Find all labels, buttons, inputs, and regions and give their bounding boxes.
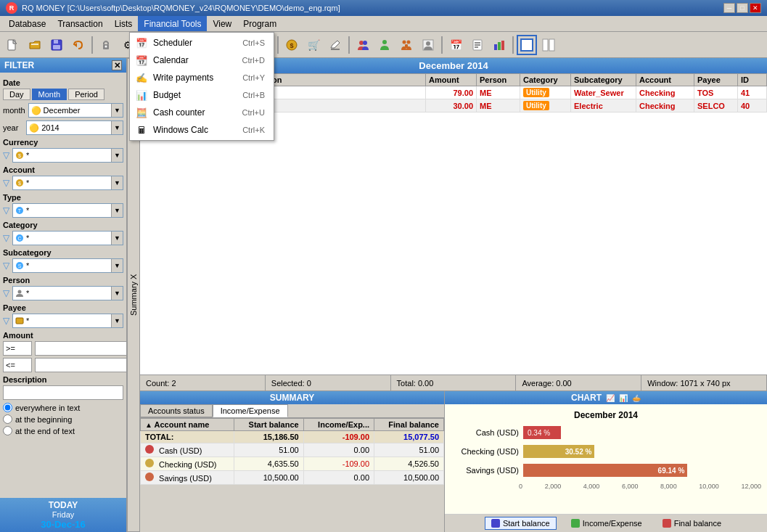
acc-col-name[interactable]: ▲ Account name (141, 419, 234, 431)
filter-close-button[interactable]: ✕ (112, 60, 122, 70)
people-btn2[interactable] (374, 35, 395, 55)
new-button[interactable] (3, 35, 23, 55)
category-row: ▽ C * ▼ (3, 231, 123, 245)
calendar-btn[interactable]: 📅 (446, 35, 466, 55)
coin-button[interactable]: $ (282, 35, 302, 55)
subcategory-arrow[interactable]: ▼ (111, 259, 123, 272)
month-arrow[interactable]: ▼ (111, 104, 123, 117)
payee-combo[interactable]: * ▼ (12, 314, 123, 328)
currency-value: * (26, 151, 29, 160)
savings-name: Savings (USD) (141, 471, 234, 485)
switch-btn2[interactable] (538, 35, 559, 55)
legend-final-balance[interactable]: Final balance (657, 517, 727, 530)
col-account[interactable]: Account (636, 74, 694, 86)
currency-combo[interactable]: $ * ▼ (12, 148, 123, 163)
count-status: Count: 2 (140, 375, 266, 390)
close-button[interactable]: ✕ (750, 3, 761, 13)
menu-transaction[interactable]: Transaction (52, 16, 108, 31)
type-value: * (26, 206, 29, 215)
search-beginning-radio[interactable] (3, 414, 12, 424)
cart-button[interactable]: 🛒 (303, 35, 324, 55)
year-arrow[interactable]: ▼ (111, 121, 123, 134)
month-combo[interactable]: 🟡 December ▼ (28, 103, 123, 118)
list-item[interactable]: Cash (USD) 51.00 0.00 51.00 (141, 443, 444, 457)
people-btn3[interactable] (396, 35, 417, 55)
col-payee[interactable]: Payee (694, 74, 738, 86)
svg-rect-33 (494, 44, 497, 50)
income-expense-tab[interactable]: Income/Expense (213, 404, 288, 417)
menu-lists[interactable]: Lists (109, 16, 139, 31)
save-button[interactable] (46, 35, 67, 55)
person-combo[interactable]: * ▼ (12, 286, 123, 300)
legend-start-balance[interactable]: Start balance (485, 517, 557, 530)
acc-col-start[interactable]: Start balance (234, 419, 303, 431)
summary-panel-header: SUMMARY (140, 391, 444, 404)
acc-col-final[interactable]: Final balance (374, 419, 444, 431)
year-combo[interactable]: 🟡 2014 ▼ (26, 120, 123, 135)
col-subcategory[interactable]: Subcategory (571, 74, 636, 86)
account-arrow[interactable]: ▼ (111, 176, 123, 189)
legend-income-expense[interactable]: Income/Expense (565, 517, 648, 530)
summary-panel: SUMMARY Accounts status Income/Expense (140, 391, 445, 532)
search-option-everywhere[interactable]: everywhere in text (3, 403, 123, 412)
minimize-button[interactable]: ─ (723, 3, 735, 13)
menu-program[interactable]: Program (237, 16, 282, 31)
scheduler-menu-item[interactable]: 📅 Scheduler Ctrl+S (130, 34, 274, 52)
payee-arrow[interactable]: ▼ (111, 314, 123, 327)
accounts-status-tab[interactable]: Accounts status (140, 404, 213, 417)
col-person[interactable]: Person (477, 74, 520, 86)
open-button[interactable] (25, 35, 45, 55)
acc-col-income[interactable]: Income/Exp... (303, 419, 374, 431)
list-item[interactable]: Checking (USD) 4,635.50 -109.00 4,526.50 (141, 457, 444, 471)
amount-lte-value-input[interactable] (35, 358, 126, 372)
cash-counter-menu-item[interactable]: 🧮 Cash counter Ctrl+U (130, 104, 274, 121)
type-funnel-icon: ▽ (3, 205, 9, 216)
lock-button[interactable] (96, 35, 116, 55)
person-arrow[interactable]: ▼ (111, 287, 123, 300)
category-arrow[interactable]: ▼ (111, 232, 123, 245)
switch-btn1[interactable] (517, 35, 537, 55)
search-everywhere-radio[interactable] (3, 403, 12, 412)
calendar-menu-item[interactable]: 📆 Calendar Ctrl+D (130, 52, 274, 69)
people-btn1[interactable] (353, 35, 373, 55)
amount-gte-input[interactable] (3, 341, 32, 356)
selected-status: Selected: 0 (266, 375, 391, 390)
row1-id: 41 (738, 86, 767, 99)
amount-gte-value-input[interactable] (35, 341, 126, 356)
col-amount[interactable]: Amount (426, 74, 477, 86)
day-tab[interactable]: Day (3, 89, 30, 100)
col-category[interactable]: Category (520, 74, 571, 86)
portrait-btn[interactable] (418, 35, 438, 55)
month-tab[interactable]: Month (32, 89, 67, 100)
category-combo[interactable]: C * ▼ (12, 231, 123, 245)
maximize-button[interactable]: □ (737, 3, 748, 13)
type-arrow[interactable]: ▼ (111, 204, 123, 217)
search-end-radio[interactable] (3, 426, 12, 435)
undo-button[interactable] (68, 35, 89, 55)
account-combo[interactable]: $ * ▼ (12, 176, 123, 190)
search-option-beginning[interactable]: at the beginning (3, 414, 123, 424)
write-payments-menu-item[interactable]: ✍ Write payments Ctrl+Y (130, 69, 274, 86)
currency-arrow[interactable]: ▼ (111, 149, 123, 162)
window-controls[interactable]: ─ □ ✕ (723, 3, 761, 13)
report-btn[interactable] (467, 35, 488, 55)
subcategory-combo[interactable]: S * ▼ (12, 258, 123, 273)
description-input[interactable] (3, 385, 123, 400)
menu-view[interactable]: View (207, 16, 237, 31)
amount-lte-input[interactable] (3, 358, 32, 372)
search-option-end[interactable]: at the end of text (3, 426, 123, 435)
chart-btn[interactable] (489, 35, 509, 55)
period-tab[interactable]: Period (68, 89, 104, 100)
list-item[interactable]: Savings (USD) 10,500.00 0.00 10,500.00 (141, 471, 444, 485)
menu-database[interactable]: Database (3, 16, 52, 31)
budget-menu-item[interactable]: 📊 Budget Ctrl+B (130, 86, 274, 104)
savings-start: 10,500.00 (234, 471, 303, 485)
checking-income: -109.00 (303, 457, 374, 471)
svg-text:T: T (18, 208, 22, 213)
edit-button[interactable] (325, 35, 345, 55)
svg-text:S: S (18, 263, 22, 269)
type-combo[interactable]: T * ▼ (12, 203, 123, 218)
windows-calc-menu-item[interactable]: 🖩 Windows Calc Ctrl+K (130, 121, 274, 139)
menu-financial-tools[interactable]: Financial Tools (138, 16, 207, 31)
col-id[interactable]: ID (738, 74, 767, 86)
